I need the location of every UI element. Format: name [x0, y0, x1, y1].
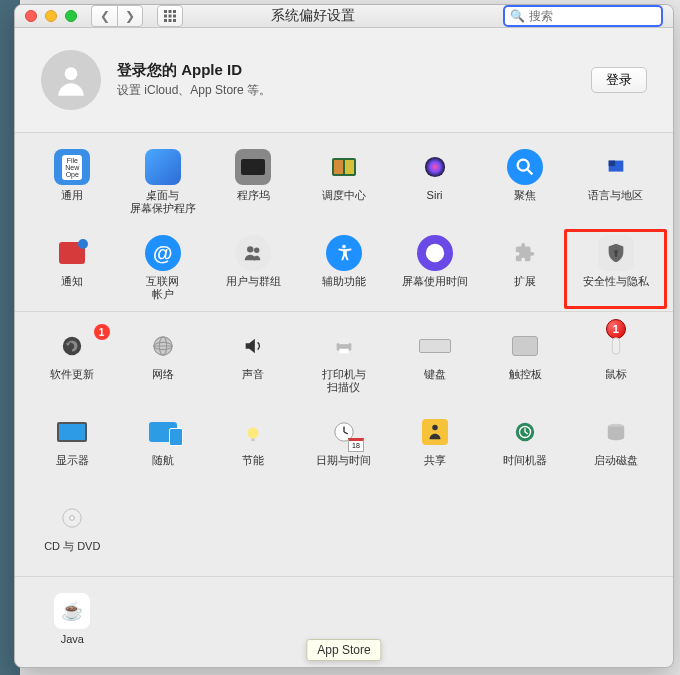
back-button[interactable]: ❮	[91, 5, 117, 27]
svg-rect-28	[612, 338, 619, 355]
pref-startup-disk[interactable]: 启动磁盘	[570, 414, 661, 482]
svg-point-17	[342, 245, 346, 249]
pref-label: 触控板	[509, 368, 542, 381]
pref-dock[interactable]: 程序坞	[208, 149, 299, 217]
pref-label: 随航	[152, 454, 174, 467]
pref-sharing[interactable]: 共享	[389, 414, 480, 482]
minimize-window-icon[interactable]	[45, 10, 57, 22]
apple-id-subtitle: 设置 iCloud、App Store 等。	[117, 82, 591, 99]
highlight-box	[564, 229, 667, 309]
pref-displays[interactable]: 显示器	[27, 414, 118, 482]
zoom-window-icon[interactable]	[65, 10, 77, 22]
svg-point-11	[518, 160, 529, 171]
pref-label: 鼠标	[605, 368, 627, 381]
search-field[interactable]: 🔍	[503, 5, 663, 27]
pref-internet-accounts[interactable]: @互联网帐户	[118, 235, 209, 303]
pref-software-update[interactable]: 1软件更新	[27, 328, 118, 396]
pref-security-privacy[interactable]: 安全性与隐私1	[570, 235, 661, 303]
svg-point-34	[432, 425, 438, 431]
svg-rect-27	[339, 349, 348, 354]
avatar	[41, 50, 101, 110]
tooltip: App Store	[306, 639, 381, 661]
pref-label: 用户与群组	[226, 275, 281, 288]
traffic-lights	[25, 10, 77, 22]
section-personal: FileNewOpe通用桌面与屏幕保护程序程序坞调度中心Siri聚焦语言与地区通…	[15, 133, 673, 312]
window-title: 系统偏好设置	[131, 7, 495, 25]
pref-label: 屏幕使用时间	[402, 275, 468, 288]
pref-java[interactable]: ☕Java	[27, 593, 118, 661]
svg-point-16	[254, 248, 259, 254]
apple-id-header: 登录您的 Apple ID 设置 iCloud、App Store 等。 登录	[15, 28, 673, 133]
pref-time-machine[interactable]: 时间机器	[480, 414, 571, 482]
pref-sound[interactable]: 声音	[208, 328, 299, 396]
titlebar: ❮ ❯ 系统偏好设置 🔍	[15, 5, 673, 28]
section-hardware: 1软件更新网络声音打印机与扫描仪键盘触控板鼠标显示器随航节能18日期与时间共享时…	[15, 312, 673, 577]
search-icon: 🔍	[510, 9, 525, 23]
pref-label: 打印机与扫描仪	[322, 368, 366, 393]
pref-label: Java	[61, 633, 84, 646]
pref-network[interactable]: 网络	[118, 328, 209, 396]
svg-point-10	[424, 157, 444, 177]
svg-rect-30	[252, 438, 256, 441]
pref-label: 启动磁盘	[594, 454, 638, 467]
apple-id-text: 登录您的 Apple ID 设置 iCloud、App Store 等。	[117, 61, 591, 99]
pref-screen-time[interactable]: 屏幕使用时间	[389, 235, 480, 303]
svg-point-9	[65, 67, 78, 80]
svg-line-12	[528, 170, 533, 175]
pref-sidecar[interactable]: 随航	[118, 414, 209, 482]
pref-label: 语言与地区	[588, 189, 643, 202]
svg-rect-26	[339, 339, 348, 345]
pref-label: 网络	[152, 368, 174, 381]
apple-id-title: 登录您的 Apple ID	[117, 61, 591, 80]
pref-label: 键盘	[424, 368, 446, 381]
pref-notifications[interactable]: 通知	[27, 235, 118, 303]
pref-date-time[interactable]: 18日期与时间	[299, 414, 390, 482]
pref-label: 显示器	[56, 454, 89, 467]
pref-mouse[interactable]: 鼠标	[570, 328, 661, 396]
pref-extensions[interactable]: 扩展	[480, 235, 571, 303]
pref-label: 桌面与屏幕保护程序	[130, 189, 196, 214]
pref-label: Siri	[427, 189, 443, 202]
pref-label: 节能	[242, 454, 264, 467]
svg-point-15	[247, 246, 253, 252]
pref-general[interactable]: FileNewOpe通用	[27, 149, 118, 217]
pref-siri[interactable]: Siri	[389, 149, 480, 217]
pref-label: 互联网帐户	[146, 275, 179, 300]
pref-printers-scanners[interactable]: 打印机与扫描仪	[299, 328, 390, 396]
svg-rect-14	[608, 161, 614, 167]
update-badge: 1	[94, 324, 110, 340]
search-input[interactable]	[529, 9, 656, 23]
pref-language-region[interactable]: 语言与地区	[570, 149, 661, 217]
pref-keyboard[interactable]: 键盘	[389, 328, 480, 396]
syspref-window: ❮ ❯ 系统偏好设置 🔍 登录您的 Apple ID 设置 iCloud、App…	[14, 4, 674, 668]
pref-mission-control[interactable]: 调度中心	[299, 149, 390, 217]
login-button[interactable]: 登录	[591, 67, 647, 93]
pref-label: 调度中心	[322, 189, 366, 202]
pref-spotlight[interactable]: 聚焦	[480, 149, 571, 217]
pref-users-groups[interactable]: 用户与群组	[208, 235, 299, 303]
svg-point-39	[70, 516, 75, 521]
pref-label: 程序坞	[237, 189, 270, 202]
pref-label: 声音	[242, 368, 264, 381]
pref-label: 通用	[61, 189, 83, 202]
person-icon	[52, 61, 90, 99]
pref-label: 时间机器	[503, 454, 547, 467]
pref-label: 通知	[61, 275, 83, 288]
pref-label: 日期与时间	[316, 454, 371, 467]
pref-energy-saver[interactable]: 节能	[208, 414, 299, 482]
svg-point-29	[248, 427, 259, 438]
pref-trackpad[interactable]: 触控板	[480, 328, 571, 396]
pref-desktop-screensaver[interactable]: 桌面与屏幕保护程序	[118, 149, 209, 217]
pref-label: 扩展	[514, 275, 536, 288]
svg-point-20	[63, 337, 81, 355]
pref-label: 软件更新	[50, 368, 94, 381]
close-window-icon[interactable]	[25, 10, 37, 22]
pref-label: 共享	[424, 454, 446, 467]
pref-label: 聚焦	[514, 189, 536, 202]
pref-cds-dvds[interactable]: CD 与 DVD	[27, 500, 118, 568]
pref-accessibility[interactable]: 辅助功能	[299, 235, 390, 303]
pref-label: CD 与 DVD	[44, 540, 100, 553]
pref-label: 辅助功能	[322, 275, 366, 288]
